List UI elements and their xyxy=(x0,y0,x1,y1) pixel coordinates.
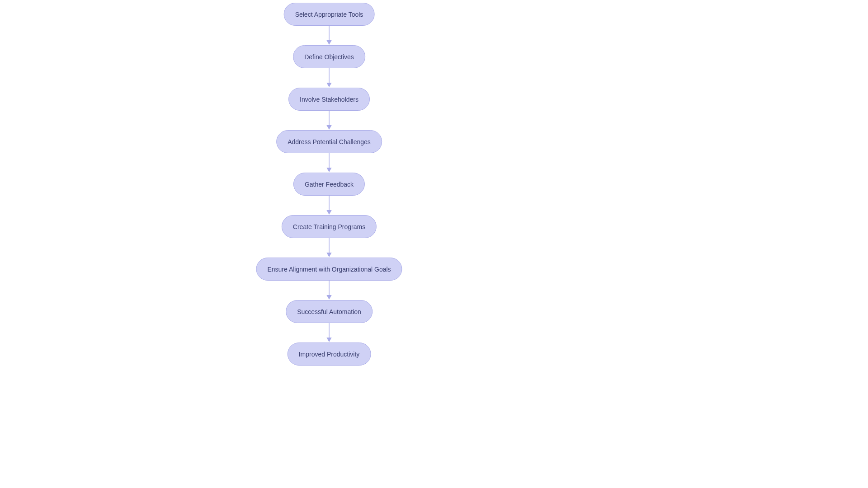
flow-node-label: Improved Productivity xyxy=(299,351,360,358)
flow-node[interactable]: Involve Stakeholders xyxy=(288,88,370,111)
flow-node-label: Define Objectives xyxy=(304,53,354,61)
flow-node-label: Successful Automation xyxy=(297,308,361,315)
flow-node-label: Create Training Programs xyxy=(293,223,365,230)
connectors-layer xyxy=(0,0,868,488)
flowchart-canvas: Select Appropriate ToolsDefine Objective… xyxy=(0,0,868,488)
flow-node[interactable]: Address Potential Challenges xyxy=(276,130,382,153)
flow-node[interactable]: Define Objectives xyxy=(293,45,365,68)
flow-node-label: Ensure Alignment with Organizational Goa… xyxy=(267,266,391,273)
flow-node[interactable]: Ensure Alignment with Organizational Goa… xyxy=(256,258,402,281)
flow-node-label: Gather Feedback xyxy=(305,181,354,188)
flow-node[interactable]: Gather Feedback xyxy=(293,173,365,196)
flow-node[interactable]: Improved Productivity xyxy=(288,343,371,366)
flow-node-label: Address Potential Challenges xyxy=(288,138,371,145)
flow-node-label: Involve Stakeholders xyxy=(300,96,359,103)
flow-node-label: Select Appropriate Tools xyxy=(295,11,363,18)
flow-node[interactable]: Select Appropriate Tools xyxy=(284,3,375,26)
flow-node[interactable]: Create Training Programs xyxy=(282,215,377,238)
flow-node[interactable]: Successful Automation xyxy=(286,300,373,323)
